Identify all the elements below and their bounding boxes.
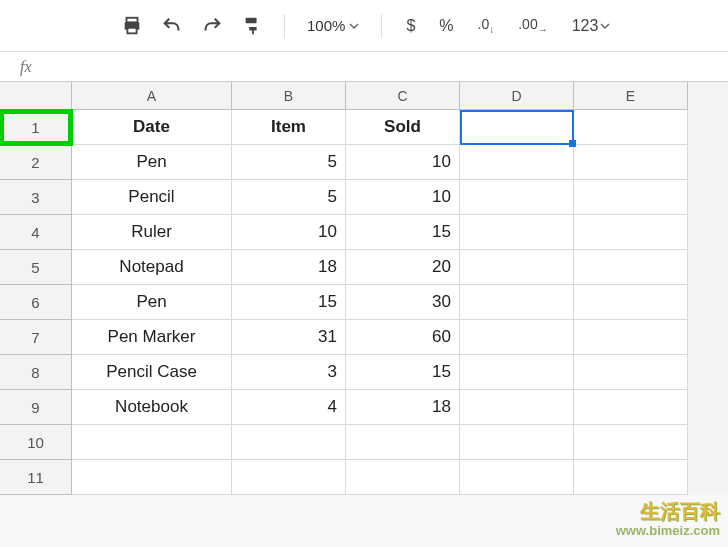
cell-D7[interactable] (460, 320, 574, 355)
row-header-6[interactable]: 6 (0, 285, 72, 320)
cell-A10[interactable] (72, 425, 232, 460)
cell-D5[interactable] (460, 250, 574, 285)
grid-body: 1 Date Item Sold 2 Pen 5 10 3 Pencil 5 1… (0, 110, 728, 495)
cell-E7[interactable] (574, 320, 688, 355)
print-button[interactable] (114, 8, 150, 44)
cell-C5[interactable]: 20 (346, 250, 460, 285)
row-header-2[interactable]: 2 (0, 145, 72, 180)
currency-button[interactable]: $ (396, 17, 425, 35)
more-formats-dropdown[interactable]: 123 (562, 17, 621, 35)
cell-E6[interactable] (574, 285, 688, 320)
cell-B9[interactable]: 4 (232, 390, 346, 425)
dollar-icon: $ (406, 17, 415, 35)
selection-handle[interactable] (569, 140, 576, 147)
cell-B3[interactable]: 5 (232, 180, 346, 215)
column-header-B[interactable]: B (232, 82, 346, 110)
redo-button[interactable] (194, 8, 230, 44)
cell-C3[interactable]: 10 (346, 180, 460, 215)
column-header-D[interactable]: D (460, 82, 574, 110)
cell-B4[interactable]: 10 (232, 215, 346, 250)
cell-B5[interactable]: 18 (232, 250, 346, 285)
cell-B8[interactable]: 3 (232, 355, 346, 390)
cell-B11[interactable] (232, 460, 346, 495)
toolbar-separator (284, 14, 285, 38)
row-header-7[interactable]: 7 (0, 320, 72, 355)
cell-E8[interactable] (574, 355, 688, 390)
percent-button[interactable]: % (429, 17, 463, 35)
cell-E3[interactable] (574, 180, 688, 215)
cell-E10[interactable] (574, 425, 688, 460)
print-icon (121, 15, 143, 37)
cell-A3[interactable]: Pencil (72, 180, 232, 215)
cell-A11[interactable] (72, 460, 232, 495)
toolbar-separator (381, 14, 382, 38)
row-header-9[interactable]: 9 (0, 390, 72, 425)
row-header-10[interactable]: 10 (0, 425, 72, 460)
cell-A5[interactable]: Notepad (72, 250, 232, 285)
column-header-E[interactable]: E (574, 82, 688, 110)
cell-D2[interactable] (460, 145, 574, 180)
row-header-3[interactable]: 3 (0, 180, 72, 215)
svg-rect-3 (246, 17, 257, 23)
cell-E9[interactable] (574, 390, 688, 425)
zoom-dropdown[interactable]: 100% (299, 17, 367, 34)
cell-E1[interactable] (574, 110, 688, 145)
row-header-5[interactable]: 5 (0, 250, 72, 285)
watermark-text-url: www.bimeiz.com (616, 523, 720, 539)
cell-A6[interactable]: Pen (72, 285, 232, 320)
cell-B1[interactable]: Item (232, 110, 346, 145)
cell-C6[interactable]: 30 (346, 285, 460, 320)
svg-rect-2 (127, 27, 136, 33)
spreadsheet: A B C D E 1 Date Item Sold 2 Pen 5 10 3 … (0, 82, 728, 495)
cell-D11[interactable] (460, 460, 574, 495)
watermark: 生活百科 www.bimeiz.com (616, 499, 720, 539)
formula-bar[interactable]: fx (0, 52, 728, 82)
cell-A8[interactable]: Pencil Case (72, 355, 232, 390)
cell-D10[interactable] (460, 425, 574, 460)
cell-C9[interactable]: 18 (346, 390, 460, 425)
cell-B7[interactable]: 31 (232, 320, 346, 355)
cell-D8[interactable] (460, 355, 574, 390)
cell-C1[interactable]: Sold (346, 110, 460, 145)
cell-C7[interactable]: 60 (346, 320, 460, 355)
cell-C11[interactable] (346, 460, 460, 495)
row-header-11[interactable]: 11 (0, 460, 72, 495)
toolbar: 100% $ % .0↓ .00→ 123 (0, 0, 728, 52)
cell-A2[interactable]: Pen (72, 145, 232, 180)
cell-D6[interactable] (460, 285, 574, 320)
table-row: 5 Notepad 18 20 (0, 250, 728, 285)
cell-E4[interactable] (574, 215, 688, 250)
cell-B6[interactable]: 15 (232, 285, 346, 320)
cell-C4[interactable]: 15 (346, 215, 460, 250)
paint-format-icon (241, 15, 263, 37)
svg-rect-0 (127, 17, 138, 22)
cell-B2[interactable]: 5 (232, 145, 346, 180)
chevron-down-icon (349, 21, 359, 31)
cell-A9[interactable]: Notebook (72, 390, 232, 425)
row-header-4[interactable]: 4 (0, 215, 72, 250)
cell-C8[interactable]: 15 (346, 355, 460, 390)
cell-A4[interactable]: Ruler (72, 215, 232, 250)
cell-C10[interactable] (346, 425, 460, 460)
cell-A7[interactable]: Pen Marker (72, 320, 232, 355)
decrease-decimal-button[interactable]: .0↓ (468, 16, 505, 35)
cell-B10[interactable] (232, 425, 346, 460)
row-header-1[interactable]: 1 (0, 110, 72, 145)
table-row: 4 Ruler 10 15 (0, 215, 728, 250)
cell-D1[interactable] (460, 110, 574, 145)
cell-C2[interactable]: 10 (346, 145, 460, 180)
cell-D4[interactable] (460, 215, 574, 250)
column-header-A[interactable]: A (72, 82, 232, 110)
paint-format-button[interactable] (234, 8, 270, 44)
undo-button[interactable] (154, 8, 190, 44)
cell-E11[interactable] (574, 460, 688, 495)
cell-E2[interactable] (574, 145, 688, 180)
increase-decimal-button[interactable]: .00→ (508, 16, 557, 35)
column-header-C[interactable]: C (346, 82, 460, 110)
cell-D3[interactable] (460, 180, 574, 215)
cell-E5[interactable] (574, 250, 688, 285)
cell-A1[interactable]: Date (72, 110, 232, 145)
select-all-corner[interactable] (0, 82, 72, 110)
row-header-8[interactable]: 8 (0, 355, 72, 390)
cell-D9[interactable] (460, 390, 574, 425)
